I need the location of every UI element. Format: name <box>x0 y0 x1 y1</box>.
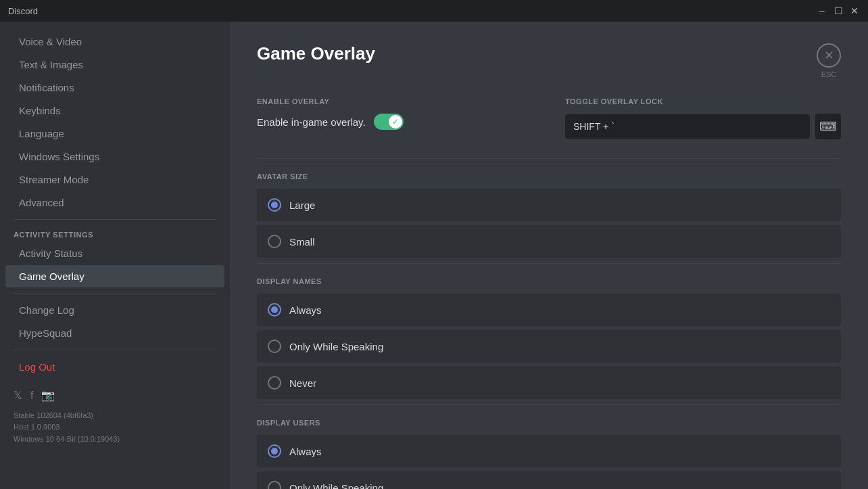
close-button[interactable]: ✕ <box>817 43 841 68</box>
display-users-speaking-label: Only While Speaking <box>289 482 383 490</box>
display-users-heading: DISPLAY USERS <box>257 419 841 427</box>
keybind-input[interactable] <box>565 114 810 139</box>
sidebar-divider-2 <box>14 293 216 294</box>
close-icon: ✕ <box>824 49 834 62</box>
logout-button[interactable]: Log Out <box>5 356 224 378</box>
main-content: Game Overlay ✕ ESC ENABLE OVERLAY Enable… <box>230 22 868 489</box>
section-divider-1 <box>257 158 841 159</box>
display-users-always[interactable]: Always <box>257 435 841 467</box>
section-divider-2 <box>257 263 841 264</box>
display-users-section: DISPLAY USERS Always Only While Speaking <box>257 419 841 489</box>
display-names-always-label: Always <box>289 304 322 316</box>
sidebar-footer: 𝕏 f 📷 Stable 102604 (4bf6fa3) Host 1.0.9… <box>0 379 230 453</box>
sidebar-item-hypesquad[interactable]: HypeSquad <box>5 322 224 344</box>
toggle-overlay-lock-heading: TOGGLE OVERLAY LOCK <box>565 97 841 106</box>
sidebar-item-advanced[interactable]: Advanced <box>5 191 224 214</box>
instagram-icon[interactable]: 📷 <box>41 387 55 404</box>
twitter-icon[interactable]: 𝕏 <box>14 387 22 404</box>
host-info: Host 1.0.9003 <box>14 421 216 434</box>
radio-circle-small <box>268 235 281 248</box>
avatar-small-label: Small <box>289 236 315 248</box>
sidebar-item-streamer-mode[interactable]: Streamer Mode <box>5 168 224 191</box>
display-names-heading: DISPLAY NAMES <box>257 277 841 285</box>
version-info: Stable 102604 (4bf6fa3) <box>14 410 216 422</box>
esc-label: ESC <box>821 70 837 78</box>
sidebar-divider-1 <box>14 219 216 220</box>
radio-circle-names-always <box>268 303 281 317</box>
enable-overlay-heading: ENABLE OVERLAY <box>257 97 533 106</box>
radio-circle-users-always <box>268 444 281 458</box>
avatar-large-label: Large <box>289 200 315 211</box>
toggle-overlay-lock-col: TOGGLE OVERLAY LOCK ⌨ <box>565 97 841 139</box>
os-info: Windows 10 64-Bit (10.0.19043) <box>14 434 216 446</box>
facebook-icon[interactable]: f <box>30 387 33 404</box>
sidebar-item-activity-status[interactable]: Activity Status <box>5 242 224 264</box>
sidebar: Voice & Video Text & Images Notification… <box>0 22 230 489</box>
page-title: Game Overlay <box>257 43 375 64</box>
titlebar: Discord – ☐ ✕ <box>0 0 868 22</box>
page-header: Game Overlay ✕ ESC <box>257 43 841 78</box>
keybind-keyboard-button[interactable]: ⌨ <box>815 114 841 139</box>
display-names-never[interactable]: Never <box>257 367 841 399</box>
enable-overlay-toggle[interactable]: ✓ <box>374 114 404 130</box>
section-divider-3 <box>257 404 841 405</box>
app-title: Discord <box>8 6 38 16</box>
sidebar-item-game-overlay[interactable]: Game Overlay <box>5 265 224 287</box>
enable-overlay-row: Enable in-game overlay. ✓ <box>257 114 533 130</box>
enable-overlay-text: Enable in-game overlay. <box>257 116 366 128</box>
sidebar-item-windows-settings[interactable]: Windows Settings <box>5 145 224 168</box>
display-names-only-while-speaking[interactable]: Only While Speaking <box>257 330 841 363</box>
minimize-button[interactable]: – <box>817 5 827 16</box>
overlay-settings-row: ENABLE OVERLAY Enable in-game overlay. ✓… <box>257 97 841 139</box>
window-close-button[interactable]: ✕ <box>849 5 860 16</box>
radio-circle-large <box>268 198 281 212</box>
maximize-button[interactable]: ☐ <box>833 5 844 16</box>
sidebar-item-language[interactable]: Language <box>5 122 224 145</box>
avatar-size-small[interactable]: Small <box>257 225 841 258</box>
display-names-always[interactable]: Always <box>257 294 841 326</box>
sidebar-nav-top: Voice & Video Text & Images Notification… <box>0 30 230 214</box>
display-names-section: DISPLAY NAMES Always Only While Speaking… <box>257 277 841 399</box>
close-section: ✕ ESC <box>817 43 841 78</box>
display-names-never-label: Never <box>289 377 316 389</box>
sidebar-divider-3 <box>14 350 216 350</box>
avatar-size-heading: AVATAR SIZE <box>257 172 841 181</box>
social-links: 𝕏 f 📷 <box>14 387 216 404</box>
window-controls: – ☐ ✕ <box>817 5 860 16</box>
radio-circle-users-speaking <box>268 481 281 489</box>
app-layout: Voice & Video Text & Images Notification… <box>0 22 868 489</box>
display-users-always-label: Always <box>289 446 322 457</box>
sidebar-item-notifications[interactable]: Notifications <box>5 76 224 99</box>
sidebar-item-text-images[interactable]: Text & Images <box>5 53 224 76</box>
display-users-only-while-speaking[interactable]: Only While Speaking <box>257 471 841 489</box>
radio-circle-names-speaking <box>268 340 281 353</box>
sidebar-item-voice-video[interactable]: Voice & Video <box>5 30 224 53</box>
sidebar-item-keybinds[interactable]: Keybinds <box>5 99 224 122</box>
radio-circle-names-never <box>268 376 281 390</box>
toggle-knob: ✓ <box>389 115 402 129</box>
activity-settings-header: ACTIVITY SETTINGS <box>0 225 230 241</box>
keybind-row: ⌨ <box>565 114 841 139</box>
avatar-size-large[interactable]: Large <box>257 189 841 221</box>
display-names-speaking-label: Only While Speaking <box>289 341 383 352</box>
sidebar-item-change-log[interactable]: Change Log <box>5 299 224 321</box>
avatar-size-section: AVATAR SIZE Large Small <box>257 172 841 258</box>
enable-overlay-col: ENABLE OVERLAY Enable in-game overlay. ✓ <box>257 97 533 139</box>
